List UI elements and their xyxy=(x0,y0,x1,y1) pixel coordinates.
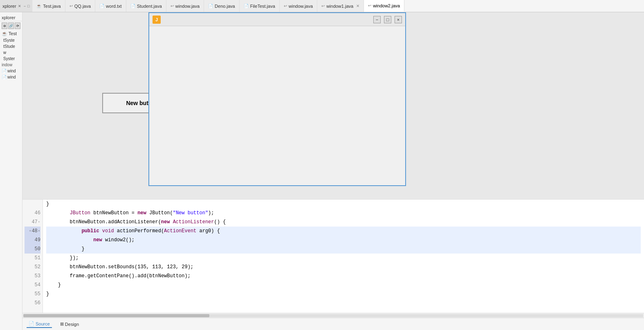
close-button[interactable]: × xyxy=(395,16,402,23)
scroll-track[interactable] xyxy=(23,314,643,317)
tab-window1-java[interactable]: ↩ window1.java ✕ xyxy=(317,0,364,12)
tab-test-java[interactable]: ☕ Test.java xyxy=(32,0,65,12)
line-numbers: 46 47◦ ◦48◦ 49 50 51 52 53 54 55 56 xyxy=(22,200,43,313)
tab-filetest-java[interactable]: 📄 FileTest.java xyxy=(240,0,280,12)
sidebar-toolbar: ⊖ 🔗 ⟳ xyxy=(0,21,22,30)
sidebar-item-test[interactable]: ☕ Test xyxy=(0,30,22,37)
sidebar-item-wind2[interactable]: 📄 wind xyxy=(0,74,22,80)
tab-explorer-label: xplorer ✕ − □ xyxy=(0,0,32,12)
modified-icon-4: ↩ xyxy=(321,4,325,8)
code-content: 46 47◦ ◦48◦ 49 50 51 52 53 54 55 56 } xyxy=(22,200,644,313)
minimize-button[interactable]: − xyxy=(373,16,381,23)
horizontal-scrollbar[interactable] xyxy=(22,313,644,318)
design-tab[interactable]: ⊞ Design xyxy=(58,321,81,328)
java-window-content xyxy=(149,26,405,185)
code-line-50: } xyxy=(46,245,641,254)
code-line-46: JButton btnNewButton = new JButton("New … xyxy=(46,209,641,218)
tab-student-java[interactable]: 📄 Student.java xyxy=(126,0,166,12)
file-icon-wind2: 📄 xyxy=(2,75,7,79)
modified-icon: ↩ xyxy=(70,4,73,8)
sidebar-item-w: w xyxy=(0,49,22,56)
tab-window-java-2[interactable]: ↩ window.java xyxy=(280,0,317,12)
link-editor-button[interactable]: 🔗 xyxy=(8,22,14,29)
code-line-56 xyxy=(46,299,641,308)
sidebar-item-indow: indow xyxy=(0,62,22,68)
collapse-all-button[interactable]: ⊖ xyxy=(2,22,7,29)
design-icon: ⊞ xyxy=(60,321,64,327)
java-file-icon-4: 📄 xyxy=(244,4,249,8)
sidebar: xplorer ⊖ 🔗 ⟳ ☕ Test tSyste tStude w Sys… xyxy=(0,12,22,330)
code-line-47: btnNewButton.addActionListener(new Actio… xyxy=(46,218,641,227)
code-line-55: } xyxy=(46,290,641,299)
tab-close-icon[interactable]: ✕ xyxy=(356,4,359,8)
java-window-preview: J − □ × xyxy=(148,12,406,186)
java-window-controls: − □ × xyxy=(373,16,402,23)
code-line-45: } xyxy=(46,200,641,209)
maximize-button[interactable]: □ xyxy=(384,16,391,23)
java-file-icon-3: 📄 xyxy=(208,4,213,8)
tab-word-txt[interactable]: 📄 word.txt xyxy=(95,0,126,12)
code-text[interactable]: } JButton btnNewButton = new JButton("Ne… xyxy=(43,200,644,313)
sidebar-item-tstude: tStude xyxy=(0,43,22,49)
code-editor: 46 47◦ ◦48◦ 49 50 51 52 53 54 55 56 } xyxy=(22,199,644,318)
source-tab[interactable]: 📄 Source xyxy=(27,320,52,328)
java-app-icon: J xyxy=(153,16,161,24)
java-file-icon: ☕ xyxy=(36,4,41,8)
sidebar-item-tsyste: tSyste xyxy=(0,37,22,43)
tab-bar: xplorer ✕ − □ ☕ Test.java ↩ QQ.java 📄 wo… xyxy=(0,0,644,12)
tab-window2-java[interactable]: ↩ window2.java xyxy=(364,0,404,12)
design-canvas[interactable]: New button J − □ × xyxy=(22,12,644,199)
bottom-toolbar: 📄 Source ⊞ Design xyxy=(22,318,644,330)
main-area: xplorer ⊖ 🔗 ⟳ ☕ Test tSyste tStude w Sys… xyxy=(0,12,644,330)
txt-file-icon: 📄 xyxy=(99,4,104,8)
code-line-52: btnNewButton.setBounds(135, 113, 123, 29… xyxy=(46,263,641,272)
sidebar-item-syster: Syster xyxy=(0,56,22,62)
java-file-icon-2: 📄 xyxy=(130,4,135,8)
tab-deno-java[interactable]: 📄 Deno.java xyxy=(204,0,240,12)
modified-icon-5: ↩ xyxy=(368,3,371,8)
source-icon: 📄 xyxy=(29,321,34,326)
code-line-51: }); xyxy=(46,254,641,263)
java-window-titlebar: J − □ × xyxy=(149,13,405,26)
code-line-48: public void actionPerformed(ActionEvent … xyxy=(46,227,641,236)
tab-window-java-1[interactable]: ↩ window.java xyxy=(166,0,204,12)
modified-icon-3: ↩ xyxy=(284,4,287,8)
modified-icon-2: ↩ xyxy=(171,4,174,8)
java-icon: ☕ xyxy=(2,31,7,36)
sidebar-header: xplorer xyxy=(0,14,22,21)
tab-qq-java[interactable]: ↩ QQ.java xyxy=(65,0,95,12)
code-line-49: new window2(); xyxy=(46,236,641,245)
editor-area: New button J − □ × xyxy=(22,12,644,330)
code-line-54: } xyxy=(46,281,641,290)
code-line-53: frame.getContentPane().add(btnNewButton)… xyxy=(46,272,641,281)
sync-button[interactable]: ⟳ xyxy=(15,22,20,29)
sidebar-item-wind1[interactable]: 📄 wind xyxy=(0,68,22,74)
scroll-thumb[interactable] xyxy=(23,314,209,317)
file-icon-wind1: 📄 xyxy=(2,69,7,73)
